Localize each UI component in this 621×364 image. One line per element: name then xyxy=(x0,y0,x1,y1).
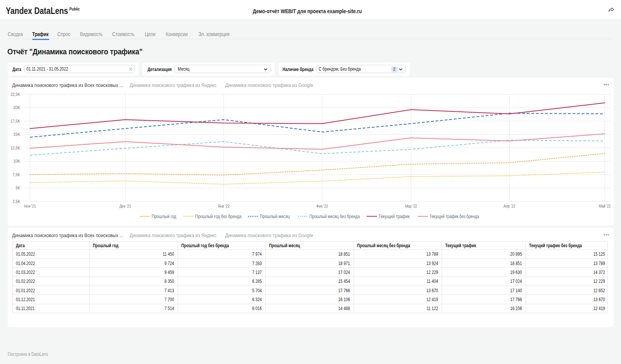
svg-text:Фев '22: Фев '22 xyxy=(316,204,328,208)
svg-text:Мар '22: Мар '22 xyxy=(405,204,417,208)
svg-text:Текущий трафик без бренда: Текущий трафик без бренда xyxy=(430,214,479,219)
svg-text:Прошлый год без бренда: Прошлый год без бренда xyxy=(195,214,241,219)
svg-text:Янв '22: Янв '22 xyxy=(218,204,230,208)
svg-text:Прошлый месяц без бренда: Прошлый месяц без бренда xyxy=(309,214,360,219)
svg-text:7,5K: 7,5K xyxy=(12,172,20,177)
svg-text:12,5K: 12,5K xyxy=(10,146,21,150)
svg-text:Прошлый месяц: Прошлый месяц xyxy=(260,214,290,219)
svg-text:Апр '22: Апр '22 xyxy=(503,204,515,208)
svg-text:22,5K: 22,5K xyxy=(10,92,21,97)
svg-text:5K: 5K xyxy=(16,185,20,190)
svg-text:Ноя '21: Ноя '21 xyxy=(24,204,36,208)
svg-text:15K: 15K xyxy=(13,132,21,137)
svg-text:Дек '21: Дек '21 xyxy=(119,204,131,208)
svg-text:20K: 20K xyxy=(13,105,21,110)
svg-text:Май '22: Май '22 xyxy=(599,204,611,208)
svg-text:Текущий трафик: Текущий трафик xyxy=(378,214,410,219)
svg-text:17,5K: 17,5K xyxy=(10,119,21,123)
svg-text:10K: 10K xyxy=(13,159,21,163)
svg-text:Прошлый год: Прошлый год xyxy=(152,214,177,219)
svg-text:2,5K: 2,5K xyxy=(12,199,20,204)
